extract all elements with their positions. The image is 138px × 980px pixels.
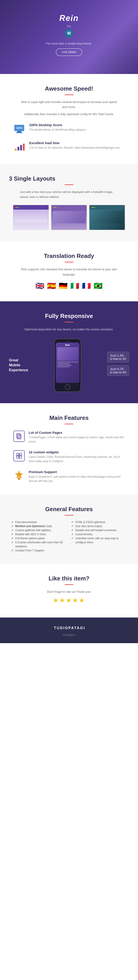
check-icon-12: ✓ <box>71 536 74 540</box>
footer-sub: THEMES <box>5 634 133 636</box>
footer-logo-container: ESTUDIOPATAGON <box>5 624 133 632</box>
like-title: Like this item? <box>13 575 125 582</box>
speed-3g-value: Just 1.5S <box>110 354 126 357</box>
translation-desc: Rein supports i18n standard that allows … <box>20 267 118 277</box>
hero-logo: Rein For W <box>5 13 133 39</box>
feature-item-1: ✓ Fully documented. <box>11 520 67 524</box>
like-divider <box>64 584 74 585</box>
feature-label-1: Fully documented. <box>15 520 37 524</box>
feature-item-2: ✓ Minified and Optimized Code. <box>11 524 67 528</box>
svg-text:ESTUDIOPATAGON: ESTUDIOPATAGON <box>53 626 85 630</box>
layout-preview-3 <box>89 205 125 230</box>
check-icon-10: ✓ <box>71 528 74 532</box>
check-icon-2: ✓ <box>11 524 13 528</box>
check-icon-8: ✓ <box>71 520 74 524</box>
feature-label-6: 6 Custom shortcodes with more than 50 va… <box>15 540 67 549</box>
layouts-desc: Just with a few click your articles will… <box>20 189 118 199</box>
feature-item-9: ✓ One click demo import. <box>71 524 127 528</box>
preview-body-2 <box>51 210 87 230</box>
like-subtitle: Don't forget to rate us! Thank you! <box>20 589 118 594</box>
svg-rect-2 <box>16 132 22 133</box>
check-icon-7: ✓ <box>11 549 13 552</box>
desktop-score-content: 100% Desktop Score The fastest theme on … <box>29 123 86 132</box>
responsive-inner: Great Mobile Experience Rein <box>9 339 129 392</box>
layout-preview-1 <box>13 205 49 230</box>
load-time-row: Excellent load time 1.5s to load on 3G n… <box>13 141 125 153</box>
check-icon-4: ✓ <box>11 532 13 536</box>
feature-item-12: ✓ Unlimited colors with an easy way to c… <box>71 536 127 544</box>
phone-text-3 <box>57 365 72 366</box>
flag-fr: 🇫🇷 <box>82 282 91 290</box>
support-content: Premium Support Bugs or Questions?, just… <box>29 470 125 483</box>
flag-it: 🇮🇹 <box>71 282 79 290</box>
custom-pages-desc: 7 HomePages, 3 Post styles and custom pa… <box>29 435 125 444</box>
phone-text-4 <box>57 366 70 367</box>
desktop-icon: 100% <box>13 123 25 135</box>
dot-red-1 <box>14 207 16 208</box>
feature-item-7: ✓ Contact Form 7 Support <box>11 549 67 552</box>
preview-body-1 <box>13 210 49 230</box>
support-title: Premium Support <box>29 470 125 474</box>
main-features-title: Main Features <box>13 414 125 422</box>
speed-extra: Additionally Rein includes a fully optim… <box>20 112 118 117</box>
main-features-section: Main Features Lot of Custom Pages 7 Home… <box>0 403 138 495</box>
speed-badge-4g: Just 0.7S to load on 4G <box>107 365 129 376</box>
preview-header-1 <box>13 205 49 210</box>
dot-green-2 <box>56 207 57 208</box>
main-features-divider <box>64 424 74 424</box>
responsive-section: Fully Responsive Optimized disposition f… <box>0 301 138 403</box>
widgets-content: 10 custom widgets Latest Tweets, Flickr,… <box>29 450 125 463</box>
live-demo-button[interactable]: LIVE DEMO <box>56 48 82 56</box>
speed-badge-3g: Just 1.5S to load on 3G <box>107 352 129 363</box>
load-time-desc: 1.5s to load on 3G networks. Results: ht… <box>29 146 120 150</box>
general-features-divider <box>64 515 74 515</box>
phone-outer: Rein <box>54 339 81 392</box>
general-features-title: General Features <box>11 506 127 513</box>
hero-section: Rein For W Far more than a simple blog t… <box>0 0 138 74</box>
check-icon-1: ✓ <box>11 520 13 524</box>
responsive-title: Fully Responsive <box>9 313 129 320</box>
phone-home-button <box>65 384 71 390</box>
footer: ESTUDIOPATAGON THEMES <box>0 617 138 643</box>
svg-rect-17 <box>19 456 22 458</box>
responsive-desc: Optimized disposition for any device, no… <box>20 327 118 332</box>
custom-pages-title: Lot of Custom Pages <box>29 431 125 434</box>
dot-green-3 <box>94 207 96 208</box>
phone-hero-img <box>57 347 78 361</box>
desktop-score-row: 100% 100% Desktop Score The fastest them… <box>13 123 125 135</box>
speed-section: Awesome Speed! Rein is super light and i… <box>0 74 138 164</box>
chart-icon <box>13 141 25 153</box>
check-icon-3: ✓ <box>11 528 13 532</box>
svg-text:100%: 100% <box>16 127 22 129</box>
svg-rect-6 <box>20 145 22 150</box>
desktop-score-title: 100% Desktop Score <box>29 123 86 127</box>
speed-labels: Just 1.5S to load on 3G Just 0.7S to loa… <box>107 352 129 379</box>
speed-4g-value: Just 0.7S <box>110 367 126 371</box>
flag-de: 🇩🇪 <box>59 282 67 290</box>
support-desc: Bugs or Questions?, just submit a ticket… <box>29 475 125 483</box>
svg-rect-1 <box>17 131 22 132</box>
desktop-score-desc: The fastest theme on WordPress Blog cate… <box>29 128 86 132</box>
feature-item-11: ✓ 4 post formats. <box>71 532 127 536</box>
general-col1: ✓ Fully documented. ✓ Minified and Optim… <box>11 520 67 552</box>
feature-item-5: ✓ Full theme options panel. <box>11 536 67 540</box>
feature-label-5: Full theme options panel. <box>15 536 45 540</box>
feature-label-8: HTML & CSS3 optimized. <box>75 520 106 524</box>
hero-tagline: Far more than a simple blog theme. <box>5 42 133 45</box>
layouts-divider <box>64 185 74 185</box>
support-icon <box>13 470 25 480</box>
widgets-title: 10 custom widgets <box>29 450 125 454</box>
svg-rect-5 <box>17 147 19 150</box>
stars-display: ★★★★★ <box>13 597 125 604</box>
feature-label-2: Minified and Optimized Code. <box>15 524 53 528</box>
phone-screen: Rein <box>56 342 80 383</box>
speed-divider <box>64 94 74 95</box>
phone-text-2 <box>57 363 70 364</box>
feature-label-3: Custom galleries with lightbox. <box>15 528 52 532</box>
feature-item-6: ✓ 6 Custom shortcodes with more than 50 … <box>11 540 67 549</box>
dot-yellow-1 <box>16 207 17 208</box>
custom-pages-row: Lot of Custom Pages 7 HomePages, 3 Post … <box>13 431 125 444</box>
feature-item-10: ✓ Disable and self hosted comments. <box>71 528 127 532</box>
translation-section: Translation Ready Rein supports i18n sta… <box>0 241 138 301</box>
check-icon-9: ✓ <box>71 524 74 528</box>
